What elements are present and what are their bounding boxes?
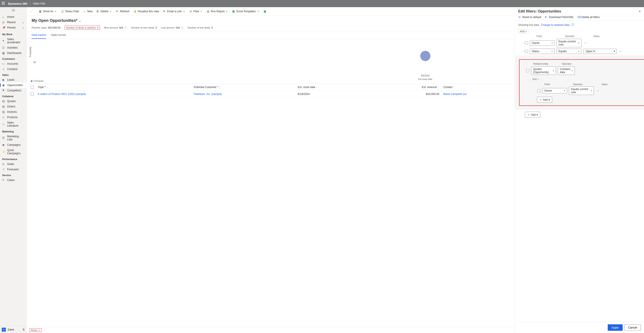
- tab-sales-funnel[interactable]: Sales funnel: [51, 31, 66, 39]
- nav-pinned[interactable]: 📌Pinned⌄: [0, 25, 26, 30]
- forecast-icon: ↗: [2, 168, 5, 171]
- nav-goals[interactable]: ◎Goals: [0, 161, 26, 167]
- nav-campaigns[interactable]: ◉Campaigns: [0, 142, 26, 148]
- select-all-checkbox[interactable]: [31, 86, 34, 89]
- related-entity-select[interactable]: Quotes (Opportunity)▾: [531, 66, 556, 75]
- reset-to-default[interactable]: ⟲Reset to default: [518, 16, 541, 19]
- group-and-chip[interactable]: AND▾: [518, 30, 528, 34]
- chevron-down-icon: ▾: [572, 70, 573, 72]
- field-select[interactable]: Status▾: [530, 49, 555, 54]
- nav-sales-literature[interactable]: ▭Sales Literature: [0, 120, 26, 128]
- table-row[interactable]: 6 orders of Product SKU JJ202 (sample) F…: [30, 91, 512, 98]
- cmd-label: Show Chart: [65, 10, 79, 13]
- field-select[interactable]: Owner▾: [542, 88, 567, 93]
- nav-competitors[interactable]: ⚑Competitors: [0, 88, 26, 93]
- apply-button[interactable]: Apply: [608, 324, 622, 331]
- col-close-date[interactable]: Est. close date↑ ⌄: [298, 86, 376, 89]
- cell-contact[interactable]: Maria Campbell (sa: [443, 93, 511, 96]
- nav-recent[interactable]: ◷Recent⌄: [0, 20, 26, 25]
- quote-icon: ▤: [2, 100, 5, 103]
- nav-accounts[interactable]: ▭Accounts: [0, 61, 26, 66]
- cmd-email-link[interactable]: ✉Email a Link▾: [162, 9, 186, 14]
- nav-quick-campaigns[interactable]: ⚡Quick Campaigns: [0, 148, 26, 156]
- info-icon[interactable]: ⓘ: [572, 23, 574, 27]
- info-icon[interactable]: ⓘ: [125, 26, 127, 30]
- section-mywork: My Work: [0, 31, 26, 37]
- cmd-new[interactable]: ＋New: [82, 9, 94, 14]
- nav-activities[interactable]: ☑Activities: [0, 45, 26, 50]
- row-more-icon[interactable]: ⋯: [596, 89, 600, 92]
- nav-leads[interactable]: ◆Leads: [0, 77, 26, 83]
- cmd-refresh[interactable]: ⟳Refresh: [115, 9, 131, 14]
- nested-add-button[interactable]: ＋Add▾: [537, 97, 552, 103]
- topbar-divider: [30, 2, 30, 6]
- chevron-down-icon: ▾: [578, 50, 580, 52]
- value-input[interactable]: Open✕▾: [583, 49, 616, 54]
- operator-select[interactable]: Equals current user▾: [556, 39, 582, 47]
- metric-value: N/A: [176, 26, 180, 29]
- cell-topic[interactable]: 6 orders of Product SKU JJ202 (sample): [38, 93, 194, 96]
- nav-invoices[interactable]: ▤Invoices: [0, 109, 26, 115]
- add-button[interactable]: ＋Add▾: [525, 112, 540, 118]
- cell-customer[interactable]: Fabrikam, Inc. (sample): [194, 93, 298, 96]
- cmd-show-chart[interactable]: ◫Show Chart: [60, 9, 80, 14]
- nav-orders[interactable]: ▤Orders: [0, 104, 26, 109]
- cancel-button[interactable]: Cancel: [624, 324, 641, 331]
- col-customer[interactable]: Potential Customer *⌄: [194, 86, 298, 89]
- operator-select[interactable]: Equals current user▾: [569, 87, 594, 95]
- row-checkbox[interactable]: [525, 42, 528, 45]
- row-more-icon[interactable]: ⋯: [583, 42, 588, 45]
- cmd-run-report[interactable]: ▤Run Report▾: [206, 9, 230, 14]
- nav-marketing-lists[interactable]: ☰Marketing Lists: [0, 134, 26, 142]
- sel-label: Equals: [558, 50, 567, 53]
- back-button[interactable]: ←: [29, 9, 35, 14]
- nested-and-chip[interactable]: AND▾: [531, 77, 541, 81]
- cmd-show-as[interactable]: ▦Show As▾: [38, 9, 58, 14]
- view-title[interactable]: My Open Opportunities* ⌄: [32, 18, 510, 23]
- nav-forecasts[interactable]: ↗Forecasts: [0, 167, 26, 172]
- area-switcher[interactable]: S Sales ⇅: [0, 326, 26, 333]
- opportunity-grid: Topic *⌄ Potential Customer *⌄ Est. clos…: [30, 84, 512, 327]
- hamburger-icon[interactable]: [0, 7, 26, 13]
- nav-home[interactable]: ⌂Home: [0, 14, 26, 20]
- nav-sales-accelerator[interactable]: ✦Sales accelerator: [0, 37, 26, 45]
- tab-deal-tracker[interactable]: Deal tracker: [32, 31, 46, 39]
- section-marketing: Marketing: [0, 128, 26, 134]
- value-tag[interactable]: Open✕: [585, 50, 596, 53]
- chevron-down-icon: ⌄: [79, 19, 81, 22]
- download-fetchxml[interactable]: ⬇Download FetchXML: [545, 16, 574, 19]
- nav-contacts[interactable]: ☺Contacts: [0, 66, 26, 72]
- change-retained-link[interactable]: Change to retained data: [541, 24, 570, 27]
- row-checkbox[interactable]: [526, 69, 529, 72]
- nav-cases[interactable]: ✎Cases: [0, 177, 26, 183]
- row-checkbox[interactable]: [525, 50, 528, 53]
- row-more-icon[interactable]: ⋯: [618, 50, 623, 53]
- related-operator-select[interactable]: Contains data▾: [558, 66, 575, 75]
- sel-label: Equals current user: [571, 88, 591, 94]
- nav-opportunities[interactable]: ▣Opportunities: [0, 83, 26, 88]
- nav-dashboards[interactable]: ▦Dashboards: [0, 50, 26, 56]
- field-select[interactable]: Owner▾: [530, 40, 555, 46]
- dashboard-icon: ▦: [2, 52, 5, 55]
- related-entity-container: ⤢ ⋯ Related entity Operator Quote: [515, 55, 644, 110]
- chart-data-bubble[interactable]: [420, 51, 430, 61]
- col-contact[interactable]: Contact⌄: [443, 86, 511, 89]
- related-entity-row: Quotes (Opportunity)▾ Contains data▾: [526, 66, 644, 75]
- remove-tag-icon[interactable]: ✕: [593, 50, 595, 53]
- row-checkbox[interactable]: [537, 89, 540, 92]
- col-topic[interactable]: Topic *⌄: [38, 86, 194, 89]
- app-launcher-icon[interactable]: [2, 2, 5, 5]
- col-est-revenue[interactable]: Est. revenue⌄: [376, 86, 443, 89]
- nav-quotes[interactable]: ▤Quotes: [0, 99, 26, 104]
- cmd-excel-export[interactable]: ▩: [262, 9, 268, 14]
- info-icon[interactable]: ⓘ: [181, 26, 184, 30]
- cmd-flow[interactable]: ⇄Flow▾: [188, 9, 204, 14]
- close-icon[interactable]: ✕: [639, 10, 641, 13]
- cmd-delete[interactable]: 🗑Delete▾: [95, 9, 113, 14]
- cmd-visualize[interactable]: ◨Visualize this view: [132, 9, 160, 14]
- cmd-excel-templates[interactable]: ▩Excel Templates▾: [231, 9, 261, 14]
- nav-products[interactable]: ◻Products: [0, 115, 26, 120]
- delete-all-filters[interactable]: ⌫Delete all filters: [577, 16, 600, 19]
- operator-select[interactable]: Equals▾: [556, 49, 582, 54]
- row-checkbox[interactable]: [31, 93, 34, 96]
